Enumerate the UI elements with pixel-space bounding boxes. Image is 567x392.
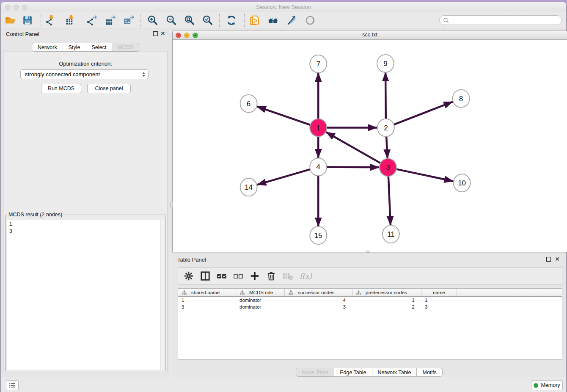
memory-button[interactable]: Memory xyxy=(531,380,563,390)
first-neighbors-icon[interactable] xyxy=(267,15,278,26)
delete-columns-icon[interactable] xyxy=(266,271,277,282)
hide-annotations-icon[interactable] xyxy=(286,15,297,26)
graph-edge-4-3[interactable] xyxy=(318,167,379,167)
svg-text:1: 1 xyxy=(317,124,320,132)
zoom-out-icon[interactable] xyxy=(166,15,177,26)
column-header-predecessor-nodes[interactable]: predecessor nodes xyxy=(352,289,421,296)
control-panel-title: Control Panel xyxy=(6,31,39,37)
float-panel-icon[interactable] xyxy=(546,257,551,262)
svg-text:11: 11 xyxy=(387,230,395,238)
graph-node-6[interactable]: 6 xyxy=(240,95,257,113)
export-image-icon[interactable] xyxy=(124,15,135,26)
column-header-shared-name[interactable]: shared name xyxy=(178,289,236,296)
table-header-row: shared name MCDS role successor nodes pr… xyxy=(178,289,562,297)
graph-node-8[interactable]: 8 xyxy=(453,90,470,108)
show-graphics-details-icon[interactable] xyxy=(305,15,316,26)
task-history-button[interactable] xyxy=(6,380,19,390)
zoom-fit-icon[interactable] xyxy=(184,15,195,26)
tab-node-table[interactable]: Node Table xyxy=(296,368,334,377)
graph-edge-3-10[interactable] xyxy=(388,167,453,181)
tab-edge-table[interactable]: Edge Table xyxy=(334,368,372,377)
memory-label: Memory xyxy=(541,382,560,388)
cell-mcds-role: dominator xyxy=(236,298,285,303)
mcds-result-text[interactable]: 1 3 xyxy=(7,220,164,370)
table-row[interactable]: 3 dominator 3 2 3 xyxy=(178,304,562,310)
tab-mcds[interactable]: MCDS xyxy=(112,43,139,52)
graph-edge-2-8[interactable] xyxy=(386,102,453,127)
svg-text:2: 2 xyxy=(384,124,388,132)
graph-node-11[interactable]: 11 xyxy=(383,225,399,243)
graph-edge-4-14[interactable] xyxy=(257,167,319,185)
run-mcds-button[interactable]: Run MCDS xyxy=(41,84,81,93)
optimization-criterion-value: strongly connected component xyxy=(25,71,100,77)
zoom-in-icon[interactable] xyxy=(147,15,158,26)
delete-table-icon[interactable] xyxy=(282,271,293,282)
column-header-mcds-role[interactable]: MCDS role xyxy=(236,289,285,296)
table-options-icon[interactable] xyxy=(183,271,194,282)
show-column-icon[interactable] xyxy=(200,271,211,282)
vertical-splitter-handle[interactable] xyxy=(170,202,173,207)
network-window-titlebar[interactable]: ✕ − + scc.txt xyxy=(173,30,567,40)
svg-text:4: 4 xyxy=(317,163,320,171)
optimization-criterion-select[interactable]: strongly connected component xyxy=(20,69,149,79)
clone-network-icon[interactable] xyxy=(249,15,260,26)
import-table-icon[interactable] xyxy=(65,15,76,26)
control-panel-tabs: Network Style Select MCDS xyxy=(1,43,170,52)
create-column-icon[interactable] xyxy=(249,271,260,282)
unselect-all-columns-icon[interactable] xyxy=(233,271,244,282)
table-panel-title: Table Panel xyxy=(177,257,206,263)
tab-style[interactable]: Style xyxy=(63,43,86,52)
network-graph[interactable]: 7968124314101511 xyxy=(173,40,567,252)
memory-status-icon xyxy=(534,383,538,388)
tab-select[interactable]: Select xyxy=(86,43,113,52)
search-input[interactable] xyxy=(449,17,558,24)
export-network-icon[interactable] xyxy=(86,15,97,26)
save-session-icon[interactable] xyxy=(22,15,33,26)
svg-text:9: 9 xyxy=(383,60,387,68)
column-header-name[interactable]: name xyxy=(421,289,457,296)
graph-node-7[interactable]: 7 xyxy=(310,55,327,73)
select-all-columns-icon[interactable] xyxy=(216,271,227,282)
result-scrollbar[interactable] xyxy=(160,220,164,370)
tab-network[interactable]: Network xyxy=(32,43,63,52)
toolbar-separator xyxy=(219,14,220,27)
search-icon xyxy=(443,17,449,23)
main-titlebar: Session: New Session xyxy=(1,2,566,12)
graph-node-10[interactable]: 10 xyxy=(454,174,471,192)
cell-shared-name: 3 xyxy=(178,304,236,309)
graph-edge-3-1[interactable] xyxy=(326,132,388,167)
close-panel-icon[interactable]: ✕ xyxy=(555,256,560,262)
graph-node-2[interactable]: 2 xyxy=(377,119,394,137)
column-header-successor-nodes[interactable]: successor nodes xyxy=(285,289,352,296)
tab-motifs[interactable]: Motifs xyxy=(416,368,442,377)
float-panel-icon[interactable] xyxy=(153,31,158,36)
cell-successor-nodes: 3 xyxy=(285,304,352,309)
close-panel-button[interactable]: Close panel xyxy=(87,84,131,93)
open-session-icon[interactable] xyxy=(5,15,16,26)
search-box xyxy=(439,15,562,25)
graph-node-15[interactable]: 15 xyxy=(310,226,327,244)
close-panel-icon[interactable]: ✕ xyxy=(160,30,165,37)
graph-node-9[interactable]: 9 xyxy=(377,55,394,72)
import-network-icon[interactable] xyxy=(45,15,56,26)
graph-edge-1-6[interactable] xyxy=(257,107,318,128)
mcds-result-group: MCDS result (2 nodes) 1 3 xyxy=(6,212,165,371)
export-table-icon[interactable] xyxy=(105,15,116,26)
network-canvas[interactable]: 7968124314101511 xyxy=(173,40,567,252)
table-row[interactable]: 1 dominator 4 1 1 xyxy=(178,297,562,304)
graph-node-3[interactable]: 3 xyxy=(380,158,396,176)
svg-text:10: 10 xyxy=(458,179,466,187)
zoom-selected-icon[interactable] xyxy=(202,15,213,26)
graph-node-14[interactable]: 14 xyxy=(240,178,257,196)
result-line: 1 xyxy=(9,221,162,228)
tab-network-table[interactable]: Network Table xyxy=(372,368,417,377)
cell-predecessor-nodes: 2 xyxy=(352,304,421,309)
optimization-criterion-label: Optimization criterion: xyxy=(3,61,168,67)
apply-layout-icon[interactable] xyxy=(226,15,237,26)
status-bar: Memory xyxy=(1,377,566,392)
horizontal-splitter-handle[interactable] xyxy=(366,251,370,253)
function-builder-icon[interactable]: f(x) xyxy=(300,272,312,280)
graph-node-4[interactable]: 4 xyxy=(310,158,327,176)
graph-node-1[interactable]: 1 xyxy=(310,119,327,137)
list-icon xyxy=(8,381,16,389)
